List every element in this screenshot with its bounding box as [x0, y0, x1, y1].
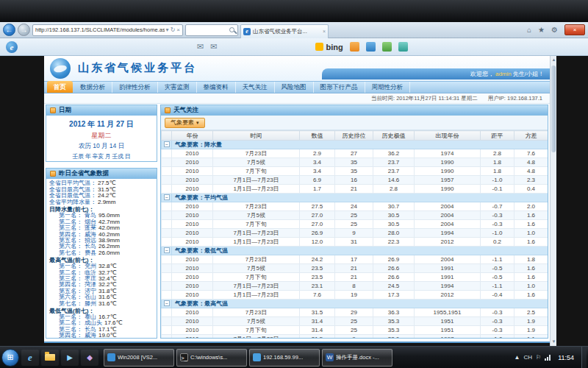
data-row[interactable]: 20107月下旬3.43523.719901.84.8 — [162, 167, 548, 176]
data-row[interactable]: 20107月1日—7月23日6.91614.61957-1.02.3 — [162, 176, 548, 185]
image-viewer-icon[interactable]: ◆ — [81, 350, 98, 366]
address-dropdown-icon[interactable]: ▾ — [166, 26, 169, 33]
data-row[interactable]: 20101月1日—7月23日7.61917.32012-0.41.6 — [162, 291, 548, 300]
taskbar-window-4[interactable]: W操作手册.docx -... — [322, 349, 392, 367]
taskbar-window-icon — [107, 353, 115, 361]
refresh-icon[interactable]: ↻ — [171, 26, 176, 33]
nav-item-2[interactable]: 数据分析 — [74, 82, 112, 93]
data-cell: 35.3 — [373, 317, 415, 326]
browser-tab[interactable]: e 山东省气候业务平台... × — [240, 24, 329, 38]
collapse-icon[interactable]: − — [164, 300, 170, 306]
data-row[interactable]: 20107月1日—7月23日31.5933.01997-1.01.1 — [162, 335, 548, 339]
data-row[interactable]: 20101月1日—7月23日1.7212.81990-0.10.4 — [162, 185, 548, 194]
forward-button[interactable]: → — [18, 24, 30, 36]
network-icon[interactable] — [545, 355, 551, 361]
command-bar-icon-4[interactable] — [398, 42, 408, 52]
nav-item-9[interactable]: 周期性分析 — [365, 82, 411, 93]
data-row[interactable]: 20107月23日31.52936.31955,1951-0.32.5 — [162, 308, 548, 317]
command-bar-icon-3[interactable] — [382, 42, 392, 52]
data-cell: 2010 — [172, 273, 213, 282]
row-expand-cell — [162, 335, 172, 339]
data-cell: 2012 — [415, 291, 481, 300]
collapse-icon[interactable]: − — [164, 141, 170, 147]
scroll-down-icon[interactable]: ▼ — [551, 338, 557, 346]
mail2-icon[interactable]: ✉ — [210, 42, 217, 52]
group-row[interactable]: −气象要素：降水量 — [162, 141, 548, 149]
page-scrollbar[interactable]: ▲ ▼ — [550, 56, 556, 346]
stat-value: 24.2℃ — [98, 192, 116, 199]
home-icon[interactable]: ⌂ — [525, 26, 534, 34]
group-row[interactable]: −气象要素：平均气温 — [162, 194, 548, 202]
element-filter-button[interactable]: 气象要素 ▾ — [165, 118, 205, 128]
data-row[interactable]: 20107月23日24.21726.92004-1.11.8 — [162, 255, 548, 264]
nav-item-7[interactable]: 风险地图 — [275, 82, 314, 93]
data-row[interactable]: 20107月5候23.52126.61991-0.51.6 — [162, 264, 548, 273]
group-row[interactable]: −气象要素：最低气温 — [162, 247, 548, 255]
data-cell: 2010 — [172, 211, 213, 220]
mail-icon[interactable]: ✉ — [197, 42, 204, 52]
data-cell: -0.3 — [481, 211, 514, 220]
nav-item-6[interactable]: 天气关注 — [236, 82, 275, 93]
scroll-up-icon[interactable]: ▲ — [551, 56, 557, 64]
data-row[interactable]: 20107月5候27.02530.52004-0.31.6 — [162, 211, 548, 220]
language-indicator[interactable]: CH — [523, 354, 532, 361]
data-row[interactable]: 20107月下旬31.42535.31951-0.31.9 — [162, 326, 548, 335]
data-row[interactable]: 20101月1日—7月23日12.03122.320120.21.6 — [162, 238, 548, 247]
data-row[interactable]: 20107月1日—7月23日23.1824.51994-1.11.0 — [162, 282, 548, 291]
data-cell: 25 — [335, 317, 373, 326]
data-row[interactable]: 20107月5候31.42535.31951-0.31.9 — [162, 317, 548, 326]
taskbar-clock[interactable]: 11:54 — [554, 354, 578, 361]
nav-item-5[interactable]: 整编资料 — [197, 82, 236, 93]
taskbar-window-2[interactable]: >_C:\windows\s... — [176, 349, 247, 367]
tray-expand-icon[interactable]: ▲ — [514, 354, 520, 361]
ie-taskbar-icon[interactable]: e — [21, 350, 39, 366]
taskbar: ⊞ e ▶ ◆ Win2008 [VS2...>_C:\windows\s...… — [0, 346, 588, 368]
data-cell: 1.9 — [514, 326, 548, 335]
data-row[interactable]: 20107月下旬27.02530.52004-0.31.6 — [162, 220, 548, 229]
data-cell: -0.3 — [481, 308, 514, 317]
data-row[interactable]: 20107月23日2.92736.219742.87.6 — [162, 149, 548, 158]
explorer-icon[interactable] — [41, 350, 59, 366]
group-expand-cell: − — [162, 194, 172, 202]
nav-item-8[interactable]: 图形下行产品 — [314, 82, 365, 93]
window-close-button[interactable]: × — [564, 24, 585, 35]
search-input[interactable] — [185, 24, 238, 36]
tab-close-icon[interactable]: × — [323, 29, 326, 34]
nav-item-1[interactable]: 首页 — [47, 81, 73, 93]
media-player-icon[interactable]: ▶ — [61, 350, 79, 366]
collapse-icon[interactable]: − — [164, 247, 170, 253]
data-cell: -0.5 — [481, 264, 514, 273]
date-panel-body: 2012 年 11 月 27 日 星期二 农历 10 月 14 日 壬辰 年 辛… — [46, 116, 157, 161]
data-row[interactable]: 20107月5候3.43523.719901.84.8 — [162, 158, 548, 167]
command-bar-icon-1[interactable] — [350, 42, 359, 52]
data-row[interactable]: 20107月1日—7月23日26.9928.01994-1.01.0 — [162, 229, 548, 238]
stop-icon[interactable]: × — [176, 26, 180, 33]
group-row[interactable]: −气象要素：最高气温 — [162, 300, 548, 308]
bing-logo[interactable]: bing — [315, 43, 343, 52]
nav-item-4[interactable]: 灾害监测 — [158, 82, 197, 93]
show-desktop-button[interactable] — [581, 347, 587, 368]
data-cell: 7月5候 — [213, 211, 300, 220]
weather-panel-title: 昨日全省气象数据 — [59, 169, 109, 178]
column-header: 时间 — [213, 131, 300, 141]
data-cell: 36.2 — [373, 149, 415, 158]
address-bar[interactable]: http://192.168.137.1/SLCCLIMATE/modules/… — [32, 24, 183, 36]
settings-icon[interactable]: ⚙ — [549, 26, 560, 34]
scrollbar-thumb[interactable] — [551, 66, 556, 152]
data-row[interactable]: 20107月下旬23.52126.61991-0.51.6 — [162, 273, 548, 282]
nav-item-3[interactable]: 韵律性分析 — [112, 82, 158, 93]
data-row[interactable]: 20107月23日27.52430.72004-0.72.0 — [162, 202, 548, 211]
taskbar-window-3[interactable]: 192.168.59.99... — [249, 349, 320, 367]
collapse-icon[interactable]: − — [164, 194, 170, 200]
data-cell: 31.4 — [300, 326, 335, 335]
action-center-icon[interactable]: ⚐ — [536, 354, 541, 361]
taskbar-window-1[interactable]: Win2008 [VS2... — [104, 349, 174, 367]
data-cell: 3.4 — [300, 167, 335, 176]
command-bar-icon-2[interactable] — [366, 42, 376, 52]
username: admin — [495, 71, 512, 77]
start-button[interactable]: ⊞ — [1, 349, 19, 367]
data-cell: 2004 — [415, 202, 481, 211]
data-cell: 2.5 — [514, 308, 548, 317]
back-button[interactable]: ← — [3, 24, 15, 36]
favorites-icon[interactable]: ★ — [536, 26, 547, 34]
